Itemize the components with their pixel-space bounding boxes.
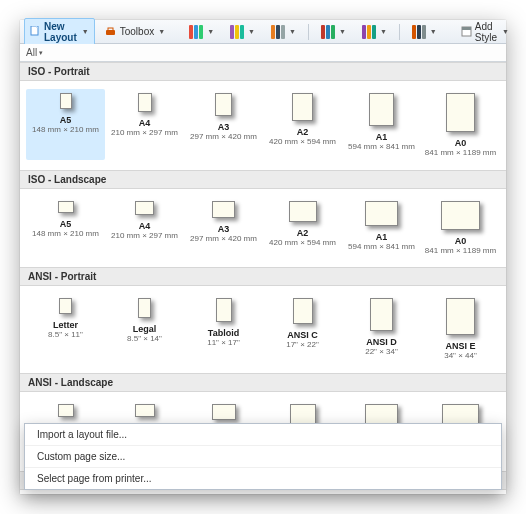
swatch [281,25,285,39]
page-thumb [441,201,480,230]
page-thumb [446,93,475,132]
page-size-cell[interactable]: A2420 mm × 594 mm [263,197,342,258]
page-size-cell[interactable]: A2420 mm × 594 mm [263,89,342,160]
menu-custom-page[interactable]: Custom page size... [25,446,501,468]
page-size-dim: 17" × 22" [265,341,340,350]
new-layout-label: New Layout [44,21,78,43]
page-thumb [370,298,393,331]
add-style-button[interactable]: Add Style ▼ [455,18,515,46]
swatch [372,25,376,39]
page-size-cell[interactable]: A3297 mm × 420 mm [184,89,263,160]
page-size-dim: 148 mm × 210 mm [28,126,103,135]
page-size-cell[interactable]: A5148 mm × 210 mm [26,89,105,160]
page-thumb [369,93,394,126]
page-thumb [292,93,313,121]
swatch-group [321,25,335,39]
page-size-cell[interactable]: A4210 mm × 297 mm [105,197,184,258]
swatch [271,25,275,39]
page-size-cell[interactable]: A1594 mm × 841 mm [342,197,421,258]
page-thumb [138,298,151,318]
swatch-button-4[interactable]: ▼ [356,22,393,42]
page-size-dim: 8.5" × 14" [107,335,182,344]
swatch [189,25,193,39]
style-icon [461,26,472,38]
page-thumb [60,93,72,109]
section-head: ANSI - Landscape [20,373,506,392]
page-size-cell[interactable]: A5148 mm × 210 mm [26,197,105,258]
swatch-group [271,25,285,39]
swatch [321,25,325,39]
chevron-down-icon: ▼ [248,28,255,35]
page-size-cell[interactable]: Letter8.5" × 11" [26,294,105,363]
page-size-dim: 841 mm × 1189 mm [423,247,498,256]
page-size-dim: 420 mm × 594 mm [265,239,340,248]
swatch-button-2[interactable]: ▼ [265,22,302,42]
svg-rect-4 [462,27,471,30]
section-head: ISO - Portrait [20,62,506,81]
swatch-button-0[interactable]: ▼ [183,22,220,42]
page-size-cell[interactable]: A4210 mm × 297 mm [105,89,184,160]
context-menu: Import a layout file... Custom page size… [24,423,502,490]
page-thumb [216,298,232,322]
page-size-cell[interactable]: ANSI C17" × 22" [263,294,342,363]
page-thumb [365,201,398,226]
new-layout-button[interactable]: New Layout ▼ [24,18,95,46]
page-thumb [212,201,235,218]
add-style-label: Add Style [475,21,498,43]
page-thumb [58,404,74,417]
page-thumb [138,93,152,112]
page-size-cell[interactable]: A1594 mm × 841 mm [342,89,421,160]
page-icon [30,26,41,38]
page-thumb [290,404,316,424]
page-size-dim: 8.5" × 11" [28,331,103,340]
page-size-cell[interactable]: Legal8.5" × 14" [105,294,184,363]
page-thumb [59,298,72,314]
swatch-button-3[interactable]: ▼ [315,22,352,42]
section-grid: A5148 mm × 210 mmA4210 mm × 297 mmA3297 … [20,189,506,268]
page-size-dim: 34" × 44" [423,352,498,361]
swatch [194,25,198,39]
toolbox-label: Toolbox [120,26,154,37]
separator [399,24,400,40]
page-thumb [215,93,232,116]
swatch [235,25,239,39]
page-size-dim: 420 mm × 594 mm [265,138,340,147]
page-size-dim: 297 mm × 420 mm [186,133,261,142]
swatch [367,25,371,39]
swatch [199,25,203,39]
swatch-group [412,25,426,39]
separator [308,24,309,40]
page-size-cell[interactable]: ANSI D22" × 34" [342,294,421,363]
page-size-cell[interactable]: ANSI E34" × 44" [421,294,500,363]
toolbox-button[interactable]: Toolbox ▼ [99,23,171,41]
filter-bar[interactable]: All ▾ [20,44,506,62]
chevron-down-icon: ▼ [380,28,387,35]
menu-select-printer[interactable]: Select page from printer... [25,468,501,489]
swatch-host: ▼▼▼▼▼▼ [183,22,443,42]
page-size-dim: 594 mm × 841 mm [344,143,419,152]
chevron-down-icon: ▼ [502,28,509,35]
page-size-dim: 11" × 17" [186,339,261,348]
page-size-cell[interactable]: A3297 mm × 420 mm [184,197,263,258]
toolbox-icon [105,26,117,38]
swatch [326,25,330,39]
menu-import-layout[interactable]: Import a layout file... [25,424,501,446]
swatch [417,25,421,39]
page-thumb [135,201,154,215]
section-head: ANSI - Portrait [20,267,506,286]
swatch-group [362,25,376,39]
swatch-group [230,25,244,39]
swatch [240,25,244,39]
page-size-cell[interactable]: Tabloid11" × 17" [184,294,263,363]
toolbar: New Layout ▼ Toolbox ▼ ▼▼▼▼▼▼ Add Style … [20,20,506,44]
swatch-group [189,25,203,39]
page-size-dim: 841 mm × 1189 mm [423,149,498,158]
page-thumb [212,404,236,420]
page-size-dim: 22" × 34" [344,348,419,357]
page-size-dim: 210 mm × 297 mm [107,232,182,241]
swatch-button-1[interactable]: ▼ [224,22,261,42]
filter-label: All [26,47,37,58]
page-size-cell[interactable]: A0841 mm × 1189 mm [421,89,500,160]
swatch-button-5[interactable]: ▼ [406,22,443,42]
page-size-cell[interactable]: A0841 mm × 1189 mm [421,197,500,258]
